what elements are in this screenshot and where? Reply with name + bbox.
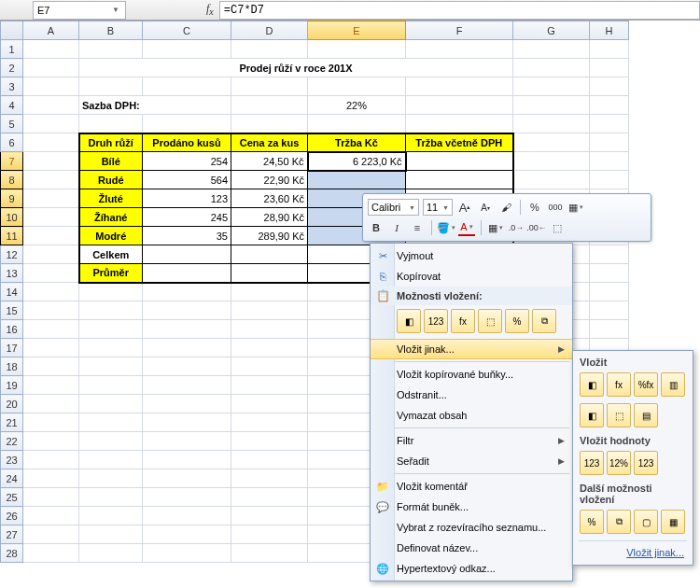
row-header[interactable]: 12 [1,245,23,264]
cell[interactable]: 28,90 Kč [231,208,308,227]
row-header[interactable]: 8 [1,171,23,189]
fill-color-icon[interactable]: 🪣▾ [438,219,455,236]
row-header[interactable]: 6 [1,133,23,152]
select-all-corner[interactable] [1,21,23,40]
row-header[interactable]: 24 [1,469,23,488]
row-header[interactable]: 14 [1,283,23,301]
menu-hyperlink[interactable]: Hypertextový odkaz... [371,558,572,579]
cell[interactable]: 254 [143,152,231,171]
cell[interactable] [143,245,231,264]
menu-paste-special[interactable]: Vložit jinak...▶ [371,339,572,359]
merge-icon[interactable]: ⬚ [549,219,566,236]
row-header[interactable]: 28 [1,544,23,563]
active-cell[interactable]: 6 223,0 Kč [308,152,406,171]
cell[interactable] [231,245,308,264]
row-header[interactable]: 4 [1,96,23,115]
paste-icon[interactable]: 123 [634,451,658,475]
row-header[interactable]: 7 [1,152,23,171]
col-header[interactable]: A [23,21,79,40]
paste-icon[interactable]: ⬚ [607,403,631,427]
font-selector[interactable]: Calibri▼ [368,199,419,216]
cell[interactable]: 35 [143,227,231,245]
cell[interactable]: 289,90 Kč [231,227,308,245]
bold-button[interactable]: B [368,219,385,236]
paste-icon[interactable]: ▤ [634,403,658,427]
format-painter-icon[interactable]: 🖌 [497,199,514,216]
paste-icon[interactable]: ▢ [634,510,658,534]
selected-cell[interactable] [308,171,406,189]
menu-filter[interactable]: Filtr▶ [371,430,572,451]
row-header[interactable]: 1 [1,40,23,59]
paste-all-icon[interactable]: ◧ [397,309,421,333]
col-header[interactable]: C [143,21,231,40]
row-header[interactable]: 27 [1,525,23,544]
menu-sort[interactable]: Seřadit▶ [371,451,572,471]
row-header[interactable]: 26 [1,507,23,525]
paste-transpose-icon[interactable]: ⬚ [478,309,502,333]
paste-values-icon[interactable]: 123 [424,309,448,333]
font-color-icon[interactable]: A▾ [458,219,475,236]
col-header[interactable]: F [406,21,513,40]
menu-format-cells[interactable]: Formát buněk... [371,497,572,517]
row-header[interactable]: 23 [1,451,23,469]
cell[interactable] [406,152,513,171]
thousands-icon[interactable]: 000 [547,199,564,216]
paste-formulas-icon[interactable]: fx [451,309,475,333]
italic-button[interactable]: I [388,219,405,236]
submenu-paste-special-link[interactable]: Vložit jinak... [576,543,690,562]
row-header[interactable]: 15 [1,301,23,320]
cell[interactable]: 22,90 Kč [231,171,308,189]
percent-icon[interactable]: % [526,199,543,216]
paste-link-icon[interactable]: ⧉ [532,309,556,333]
cell[interactable] [231,264,308,283]
row-header[interactable]: 22 [1,432,23,451]
dec-decimal-icon[interactable]: .00← [528,219,545,236]
row-header[interactable]: 5 [1,115,23,133]
accounting-icon[interactable]: ▦▾ [567,199,584,216]
row-header[interactable]: 16 [1,320,23,339]
cell[interactable]: 123 [143,189,231,208]
menu-insert-comment[interactable]: Vložit komentář [371,476,572,497]
menu-delete[interactable]: Odstranit... [371,385,572,405]
cell[interactable] [406,171,513,189]
row-header[interactable]: 25 [1,488,23,507]
paste-icon[interactable]: ⧉ [607,510,631,534]
row-header[interactable]: 21 [1,413,23,432]
borders-icon[interactable]: ▦▾ [487,219,504,236]
paste-formatting-icon[interactable]: % [505,309,529,333]
paste-icon[interactable]: ▥ [661,372,685,397]
col-header[interactable]: H [590,21,629,40]
col-header[interactable]: E [308,21,406,40]
paste-icon[interactable]: ▦ [661,510,685,534]
row-header[interactable]: 17 [1,339,23,357]
menu-copy[interactable]: Kopírovat [371,266,572,287]
inc-decimal-icon[interactable]: .0→ [508,219,525,236]
col-header[interactable]: D [231,21,308,40]
row-header[interactable]: 13 [1,264,23,283]
cell[interactable]: 245 [143,208,231,227]
row-header[interactable]: 18 [1,357,23,376]
size-selector[interactable]: 11▼ [423,199,453,216]
paste-icon[interactable]: ◧ [580,372,604,397]
row-header[interactable]: 20 [1,395,23,413]
row-header[interactable]: 3 [1,77,23,96]
col-header[interactable]: G [513,21,590,40]
cell[interactable]: 564 [143,171,231,189]
row-header[interactable]: 10 [1,208,23,227]
formula-input[interactable]: =C7*D7 [219,1,700,20]
menu-clear[interactable]: Vymazat obsah [371,405,572,426]
paste-icon[interactable]: ◧ [580,403,604,427]
fx-icon[interactable]: fx [206,2,214,17]
menu-define-name[interactable]: Definovat název... [371,538,572,558]
shrink-font-icon[interactable]: A▾ [477,199,494,216]
row-header[interactable]: 9 [1,189,23,208]
grow-font-icon[interactable]: A▴ [456,199,473,216]
paste-icon[interactable]: 123 [580,451,604,475]
cell[interactable] [143,264,231,283]
row-header[interactable]: 2 [1,59,23,77]
cell[interactable]: 23,60 Kč [231,189,308,208]
center-icon[interactable]: ≡ [409,219,426,236]
chevron-down-icon[interactable]: ▼ [112,6,121,14]
paste-icon[interactable]: %fx [634,372,658,397]
cell[interactable]: 24,50 Kč [231,152,308,171]
